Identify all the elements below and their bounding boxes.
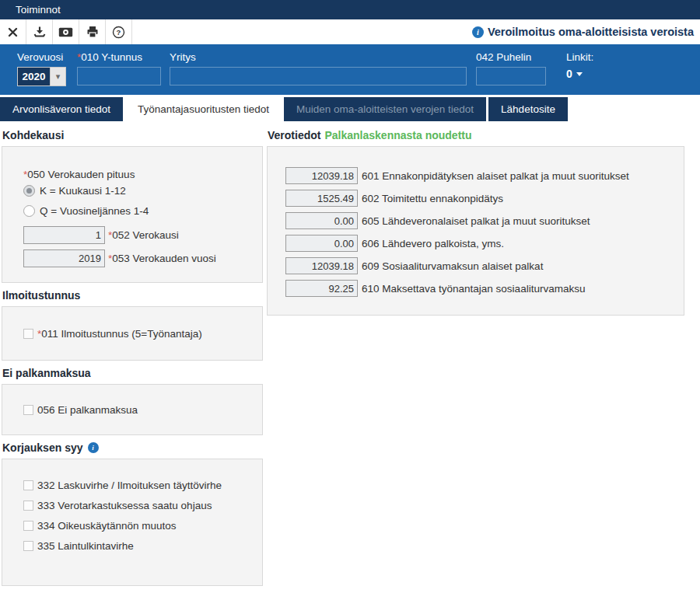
field-601-row: 601 Ennakonpidätyksen alaiset palkat ja … (285, 167, 684, 184)
money-icon (58, 27, 73, 37)
puhelin-field[interactable] (476, 67, 546, 85)
field-610-row: 610 Maksettava työnantajan sosiaaliturva… (285, 280, 684, 297)
verovuosi-label: Verovuosi (17, 51, 66, 63)
tab-tyonantajasuoritusten-tiedot[interactable]: Työnantajasuoritusten tiedot (125, 97, 282, 121)
toolbar: ? i Veroilmoitus oma-aloitteisista veroi… (0, 19, 700, 44)
page-title: Veroilmoitus oma-aloitteisista veroista (488, 26, 694, 38)
tab-lahdetosite[interactable]: Lähdetosite (488, 97, 568, 121)
checkbox-332-laskuvirhe[interactable]: 332 Laskuvirhe / Ilmoituksen täyttövirhe (23, 480, 262, 491)
field-052-label: *052 Verokausi (108, 229, 179, 241)
verovuosi-select[interactable]: 2020 ▾ (17, 67, 66, 86)
checkbox-056-ei-palkanmaksua[interactable]: 056 Ei palkanmaksua (23, 404, 138, 416)
download-button[interactable] (26, 19, 53, 44)
tab-muiden-verojen-tiedot: Muiden oma-aloitteisten verojen tiedot (284, 97, 486, 121)
field-609-value (285, 257, 358, 274)
close-icon (7, 26, 19, 38)
tab-arvonlisaveron-tiedot[interactable]: Arvonlisäveron tiedot (0, 97, 123, 121)
menubar: Toiminnot (0, 0, 700, 19)
checkbox-334-oikeuskaytanto[interactable]: 334 Oikeuskäytännön muutos (23, 520, 262, 532)
field-610-value (285, 280, 358, 297)
field-053-verokauden-vuosi (23, 249, 105, 267)
help-button[interactable]: ? (106, 19, 132, 44)
radio-k-kuukausi[interactable]: K = Kuukausi 1-12 (23, 185, 262, 197)
puhelin-label: 042 Puhelin (476, 51, 546, 63)
help-icon: ? (112, 26, 125, 39)
field-602-label: 602 Toimitettu ennakonpidätys (362, 193, 503, 204)
checkbox-011-ilmoitustunnus[interactable]: *011 Ilmoitustunnus (5=Työnantaja) (23, 328, 202, 340)
verovuosi-value: 2020 (18, 68, 50, 85)
field-610-label: 610 Maksettava työnantajan sosiaaliturva… (362, 283, 585, 295)
ei-palkanmaksua-title: Ei palkanmaksua (2, 366, 263, 380)
linkit-dropdown[interactable]: 0 (566, 68, 593, 80)
kohdekausi-panel: *050 Verokauden pituus K = Kuukausi 1-12… (2, 146, 263, 283)
verotiedot-status: Palkanlaskennasta noudettu (324, 129, 471, 141)
radio-icon (23, 185, 35, 197)
field-609-row: 609 Sosiaaliturvamaksun alaiset palkat (285, 257, 684, 274)
field-605-label: 605 Lähdeveronalaiset palkat ja muut suo… (362, 215, 590, 227)
ei-palkanmaksua-panel: 056 Ei palkanmaksua (2, 384, 263, 435)
field-602-value (285, 190, 358, 207)
caret-down-icon (576, 72, 583, 76)
checkbox-icon (23, 541, 33, 551)
info-icon: i (472, 26, 484, 38)
linkit-label: Linkit: (566, 51, 593, 63)
field-601-label: 601 Ennakonpidätyksen alaiset palkat ja … (362, 170, 629, 182)
radio-q-vuosineljannes[interactable]: Q = Vuosineljännes 1-4 (23, 205, 262, 217)
ilmoitustunnus-title: Ilmoitustunnus (2, 288, 263, 302)
close-button[interactable] (0, 19, 26, 44)
field-606-label: 606 Lähdevero palkoista, yms. (362, 238, 504, 249)
money-button[interactable] (53, 19, 79, 44)
field-606-value (285, 235, 358, 252)
svg-text:?: ? (117, 28, 121, 37)
form-header-band: Verovuosi 2020 ▾ *010 Y-tunnus Yritys 04… (0, 44, 700, 95)
verotiedot-title: Verotiedot Palkanlaskennasta noudettu (268, 128, 684, 142)
field-605-value (285, 212, 358, 229)
checkbox-333-verotarkastus[interactable]: 333 Verotarkastuksessa saatu ohjaus (23, 500, 262, 511)
tab-bar: Arvonlisäveron tiedot Työnantajasuoritus… (0, 97, 700, 121)
korjauksen-syy-title: Korjauksen syy i (2, 441, 263, 455)
y-tunnus-field[interactable] (77, 67, 161, 85)
field-053-label: *053 Verokauden vuosi (108, 253, 216, 264)
field-609-label: 609 Sosiaaliturvamaksun alaiset palkat (362, 260, 543, 272)
checkbox-icon (23, 501, 33, 511)
checkbox-icon (23, 405, 33, 415)
download-icon (33, 26, 46, 38)
info-icon[interactable]: i (88, 442, 99, 453)
menu-toiminnot[interactable]: Toiminnot (0, 4, 72, 16)
checkbox-335-laintulkintavirhe[interactable]: 335 Laintulkintavirhe (23, 540, 262, 552)
chevron-down-icon: ▾ (50, 68, 65, 85)
field-052-verokausi (23, 226, 105, 244)
field-050-label: *050 Verokauden pituus (23, 169, 135, 180)
field-606-row: 606 Lähdevero palkoista, yms. (285, 235, 684, 252)
field-601-value (285, 167, 358, 184)
verotiedot-panel: 601 Ennakonpidätyksen alaiset palkat ja … (267, 146, 684, 316)
radio-icon (23, 205, 35, 217)
field-605-row: 605 Lähdeveronalaiset palkat ja muut suo… (285, 212, 684, 229)
ilmoitustunnus-panel: *011 Ilmoitustunnus (5=Työnantaja) (2, 306, 263, 361)
field-602-row: 602 Toimitettu ennakonpidätys (285, 190, 684, 207)
korjauksen-syy-panel: 332 Laskuvirhe / Ilmoituksen täyttövirhe… (2, 459, 263, 586)
checkbox-icon (23, 521, 33, 531)
checkbox-icon (23, 480, 33, 490)
print-icon (86, 26, 99, 38)
print-button[interactable] (79, 19, 106, 44)
kohdekausi-title: Kohdekausi (2, 128, 263, 142)
yritys-field[interactable] (170, 67, 467, 85)
checkbox-icon (23, 329, 33, 339)
yritys-label: Yritys (170, 51, 467, 63)
y-tunnus-label: *010 Y-tunnus (77, 51, 161, 63)
